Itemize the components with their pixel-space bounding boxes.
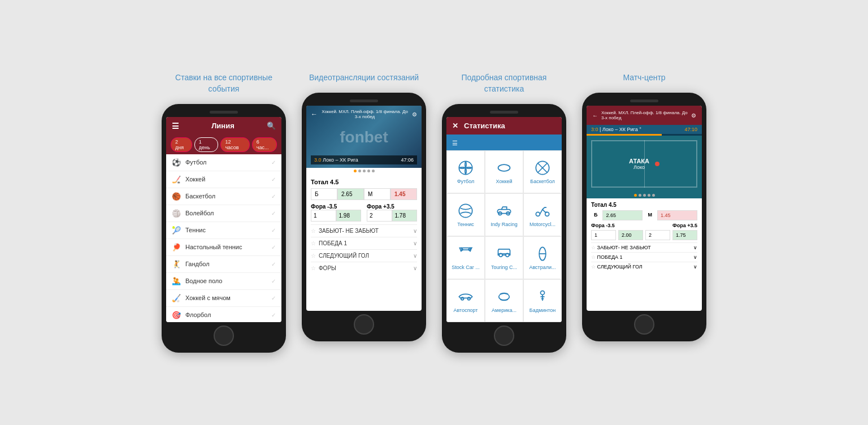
fora-pos-val[interactable]: 1.78 bbox=[392, 210, 418, 222]
filter-1day[interactable]: 1 день bbox=[194, 137, 219, 152]
screen4-title: Хоккей. МХЛ. Плей-офф. 1/8 финала. До 3-… bbox=[601, 110, 688, 120]
video-back-icon[interactable]: ← bbox=[311, 110, 318, 118]
grid-item-football[interactable]: Футбол bbox=[446, 150, 485, 193]
fora-pos-2[interactable]: 2 bbox=[367, 210, 392, 222]
bet-menu-fory[interactable]: ☆ФОРЫ ∨ bbox=[311, 262, 417, 274]
grid-label-autosport: Автоспорт bbox=[454, 307, 478, 313]
bet-menu-sleduyushiy[interactable]: ☆СЛЕДУЮЩИЙ ГОЛ ∨ bbox=[311, 249, 417, 262]
menu-icon[interactable]: ☰ bbox=[172, 122, 179, 131]
screen1-title: Линия bbox=[211, 122, 235, 130]
col3-title: Подробная спортивная статистика bbox=[448, 72, 561, 94]
column-video: Видеотрансляции состязаний ← Хоккей. МХЛ… bbox=[302, 72, 426, 341]
list-item[interactable]: 🎯Флорбол ✓ bbox=[166, 307, 281, 322]
fora-neg-odds: 1 1.98 bbox=[311, 210, 361, 222]
basketball-icon: 🏀 bbox=[172, 192, 181, 201]
column-statistics: Подробная спортивная статистика ✕ Статис… bbox=[442, 72, 566, 352]
s4-odds-row: Б 2.65 М 1.45 bbox=[591, 210, 697, 220]
close-icon[interactable]: ✕ bbox=[452, 122, 458, 130]
video-player[interactable]: ← Хоккей. МХЛ. Плей-офф. 1/8 финала. До … bbox=[306, 106, 422, 168]
phone4-screen: ← Хоккей. МХЛ. Плей-офф. 1/8 финала. До … bbox=[587, 106, 702, 311]
screen4-score-bar: 3:0 | Локо – ХК Рига ° 47:10 bbox=[587, 125, 702, 134]
grid-item-motorcycle[interactable]: Motorcycl... bbox=[523, 193, 562, 236]
s4-fora-neg-val[interactable]: 2.00 bbox=[618, 230, 643, 240]
hamburger-icon[interactable]: ☰ bbox=[452, 140, 458, 146]
grid-item-hockey[interactable]: Хоккей bbox=[485, 150, 523, 193]
s4-bet-zabyut[interactable]: ☆ ЗАБЬЮТ- НЕ ЗАБЬЮТ ∨ bbox=[591, 242, 697, 252]
grid-item-indyracing[interactable]: Indy Racing bbox=[485, 193, 523, 236]
screen4-settings-icon[interactable]: ⚙ bbox=[691, 112, 696, 119]
volleyball-icon: 🏐 bbox=[172, 209, 181, 218]
dot-4 bbox=[648, 194, 650, 197]
phone1-home-btn[interactable] bbox=[214, 326, 234, 346]
grid-item-badminton[interactable]: Бадминтон bbox=[523, 279, 562, 322]
dot-3 bbox=[363, 170, 366, 172]
chevron-icon: ∨ bbox=[413, 265, 417, 271]
video-title: Хоккей. МХЛ. Плей-офф. 1/8 финала. До 3-… bbox=[318, 109, 412, 119]
svg-point-9 bbox=[499, 254, 502, 257]
s4-fora-neg: Фора -3.5 bbox=[591, 223, 615, 228]
video-dots bbox=[306, 168, 422, 174]
grid-item-australian[interactable]: Австрали... bbox=[523, 236, 562, 279]
s4-b-val[interactable]: 2.65 bbox=[602, 210, 643, 220]
grid-label-american: Америка... bbox=[492, 307, 517, 313]
svg-point-15 bbox=[541, 291, 545, 295]
phone4-home-btn[interactable] bbox=[634, 314, 654, 335]
fora-row: Фора -3.5 1 1.98 Фора +3.5 2 1.78 bbox=[311, 203, 417, 222]
list-item[interactable]: 🏀Баскетбол ✓ bbox=[166, 188, 281, 205]
grid-item-autosport[interactable]: Автоспорт bbox=[446, 279, 485, 322]
filter-2days[interactable]: 2 дня bbox=[171, 137, 192, 152]
indyracing-grid-icon bbox=[496, 203, 512, 219]
total-label: Тотал 4.5 bbox=[311, 179, 417, 185]
s4-bet-sleduyushiy[interactable]: ☆ СЛЕДУЮЩИЙ ГОЛ ∨ bbox=[591, 262, 697, 271]
screen4-back-icon[interactable]: ← bbox=[592, 112, 598, 119]
phone3-home-btn[interactable] bbox=[494, 326, 514, 346]
s4-fora-2[interactable]: 2 bbox=[645, 230, 670, 240]
svg-point-7 bbox=[536, 212, 540, 216]
attack-dot bbox=[655, 162, 659, 166]
list-item[interactable]: 🤾Гандбол ✓ bbox=[166, 256, 281, 273]
grid-item-stockcar[interactable]: Stock Car ... bbox=[446, 236, 485, 279]
s4-fora-pos: Фора +3.5 bbox=[672, 223, 697, 228]
list-item[interactable]: 🎾Теннис ✓ bbox=[166, 222, 281, 239]
fora-neg-val[interactable]: 1.98 bbox=[336, 210, 362, 222]
s4-fora-pos-val[interactable]: 1.75 bbox=[672, 230, 697, 240]
phone2-home-btn[interactable] bbox=[354, 314, 374, 335]
s4-total: Тотал 4.5 bbox=[591, 202, 697, 208]
grid-item-tennis[interactable]: Теннис bbox=[446, 193, 485, 236]
odds-m-val[interactable]: 1.45 bbox=[390, 188, 417, 200]
list-item[interactable]: 🏓Настольный теннис ✓ bbox=[166, 239, 281, 256]
video-watermark: fonbet bbox=[340, 128, 388, 146]
grid-item-touring[interactable]: Touring C... bbox=[485, 236, 523, 279]
list-item[interactable]: 🏑Хоккей с мячом ✓ bbox=[166, 290, 281, 307]
screen4-betting: Тотал 4.5 Б 2.65 М 1.45 Фора -3.5 Фора +… bbox=[587, 198, 702, 275]
grid-item-american[interactable]: Америка... bbox=[485, 279, 523, 322]
fora-neg-1[interactable]: 1 bbox=[311, 210, 336, 222]
s4-fora-1[interactable]: 1 bbox=[591, 230, 616, 240]
screen3-subheader: ☰ bbox=[446, 135, 562, 150]
list-item[interactable]: 🏒Хоккей ✓ bbox=[166, 171, 281, 188]
odds-b-val[interactable]: 2.65 bbox=[337, 188, 364, 200]
s4-bet-pobeda[interactable]: ☆ ПОБЕДА 1 ∨ bbox=[591, 252, 697, 262]
fora-pos-label: Фора +3.5 bbox=[367, 203, 417, 210]
list-item[interactable]: 🏐Волейбол ✓ bbox=[166, 205, 281, 222]
bet-menu-zabyut[interactable]: ☆ЗАБЬЮТ- НЕ ЗАБЬЮТ ∨ bbox=[311, 224, 417, 237]
filter-6h[interactable]: 6 час... bbox=[252, 137, 277, 152]
search-icon[interactable]: 🔍 bbox=[267, 122, 276, 130]
phone2-speaker bbox=[350, 99, 378, 102]
screen3-title: Статистика bbox=[464, 122, 505, 130]
chevron-icon: ∨ bbox=[413, 253, 417, 259]
filter-12h[interactable]: 12 часов bbox=[220, 137, 249, 152]
video-settings-icon[interactable]: ⚙ bbox=[412, 111, 417, 118]
screen4-score: 3:0 bbox=[591, 127, 598, 132]
grid-label-hockey: Хоккей bbox=[496, 179, 513, 184]
list-item[interactable]: 🤽Водное поло ✓ bbox=[166, 273, 281, 290]
bet-menu-pobeda[interactable]: ☆ПОБЕДА 1 ∨ bbox=[311, 237, 417, 249]
phone2-frame: ← Хоккей. МХЛ. Плей-офф. 1/8 финала. До … bbox=[302, 93, 426, 341]
grid-item-basketball[interactable]: Баскетбол bbox=[523, 150, 562, 193]
col4-title: Матч-центр bbox=[623, 72, 665, 84]
svg-point-1 bbox=[498, 164, 510, 171]
s4-m-val[interactable]: 1.45 bbox=[657, 210, 697, 220]
american-grid-icon bbox=[496, 289, 512, 305]
list-item[interactable]: ⚽Футбол ✓ bbox=[166, 154, 281, 171]
svg-point-10 bbox=[506, 254, 509, 257]
